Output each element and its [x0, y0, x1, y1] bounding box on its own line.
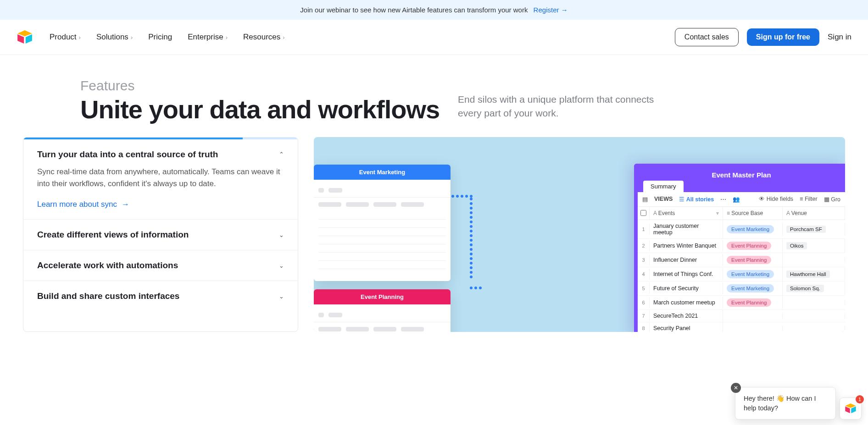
announcement-banner: Join our webinar to see how new Airtable… [0, 0, 868, 20]
col-events: A Events ▾ [650, 207, 723, 220]
cell-source [723, 313, 783, 319]
cell-event: Future of Security [650, 282, 723, 294]
learn-more-sync-link[interactable]: Learn more about sync → [37, 200, 129, 209]
chevron-down-icon: ⌄ [279, 262, 284, 269]
view-all-stories[interactable]: All stories [686, 196, 714, 203]
cell-venue: Porchcam SF [783, 223, 845, 236]
col-venue: A Venue [783, 207, 845, 220]
placeholder-rows [314, 180, 451, 281]
row-index: 8 [638, 323, 650, 332]
connector-dots [469, 284, 483, 292]
signin-link[interactable]: Sign in [828, 33, 851, 42]
connector-dots [469, 197, 473, 279]
cell-event: Influencer Dinner [650, 254, 723, 266]
mini-window-title: Event Marketing [314, 165, 451, 180]
placeholder-rows [314, 304, 451, 332]
mini-window-title: Event Planning [314, 289, 451, 304]
accordion-item-4[interactable]: Build and share custom interfaces⌄ [23, 281, 298, 311]
arrow-right-icon: → [561, 6, 568, 14]
master-plan-window: Event Master Plan Summary ▤ VIEWS ☰ All … [634, 164, 845, 332]
accordion-item-3[interactable]: Accelerate work with automations⌄ [23, 250, 298, 281]
cell-event: Internet of Things Conf. [650, 268, 723, 280]
table-header-row: A Events ▾ ≡ Source Base A Venue [638, 207, 845, 220]
cell-venue [783, 313, 845, 319]
main-content: Turn your data into a central source of … [0, 137, 868, 332]
nav-pricing[interactable]: Pricing [148, 33, 172, 42]
chevron-down-icon: ⌄ [279, 293, 284, 300]
more-icon[interactable]: ⋯ [720, 196, 726, 203]
chevron-right-icon: › [226, 34, 228, 41]
accordion-title: Build and share custom interfaces [37, 291, 179, 301]
mini-window-planning: Event Planning [314, 289, 451, 332]
nav-resources[interactable]: Resources› [243, 33, 285, 42]
cell-source [723, 326, 783, 331]
accordion-title: Turn your data into a central source of … [37, 149, 218, 160]
cell-venue: Hawthorne Hall [783, 268, 845, 281]
contact-sales-button[interactable]: Contact sales [675, 28, 739, 46]
nav-right: Contact sales Sign up for free Sign in [675, 28, 851, 46]
sidebar-toggle-icon[interactable]: ▤ [642, 196, 648, 203]
svg-marker-1 [17, 34, 24, 44]
banner-text: Join our webinar to see how new Airtable… [300, 6, 528, 14]
mini-window-marketing: Event Marketing [314, 165, 451, 281]
table-row[interactable]: 2Partners Winter BanquetEvent PlanningOi… [638, 239, 845, 253]
row-index: 4 [638, 269, 650, 280]
hide-fields-button[interactable]: 👁 Hide fields [759, 196, 793, 203]
cell-source: Event Planning [723, 296, 783, 309]
cell-event: Partners Winter Banquet [650, 240, 723, 252]
signup-button[interactable]: Sign up for free [747, 28, 819, 46]
main-navbar: Product› Solutions› Pricing Enterprise› … [0, 20, 868, 55]
nav-links: Product› Solutions› Pricing Enterprise› … [50, 33, 675, 42]
svg-marker-2 [26, 34, 32, 44]
group-button[interactable]: ▦ Gro [824, 196, 840, 203]
table-row[interactable]: 1January customer meetupEvent MarketingP… [638, 220, 845, 239]
cell-event: SecureTech 2021 [650, 310, 723, 322]
nav-solutions[interactable]: Solutions› [96, 33, 133, 42]
select-all-checkbox[interactable] [640, 210, 646, 216]
nav-enterprise[interactable]: Enterprise› [188, 33, 228, 42]
preview-panel: Event Marketing Event Planning [314, 137, 845, 332]
row-index: 7 [638, 310, 650, 321]
tab-summary[interactable]: Summary [643, 181, 684, 192]
cell-source: Event Marketing [723, 281, 783, 295]
cell-event: Security Panel [650, 322, 723, 332]
hero-title: Unite your data and workflows [80, 96, 440, 123]
chevron-down-icon[interactable]: ▾ [716, 210, 719, 216]
cell-source: Event Marketing [723, 222, 783, 236]
nav-product[interactable]: Product› [50, 33, 81, 42]
chevron-right-icon: › [283, 34, 284, 41]
cell-source: Event Planning [723, 253, 783, 267]
filter-button[interactable]: ≡ Filter [800, 196, 818, 203]
cell-venue [783, 326, 845, 331]
row-index: 3 [638, 254, 650, 265]
hero-subtitle: End silos with a unique platform that co… [458, 78, 678, 121]
cell-venue [783, 300, 845, 305]
cell-venue: Oikos [783, 239, 845, 252]
row-index: 2 [638, 240, 650, 251]
cell-event: March customer meetup [650, 297, 723, 309]
table-row[interactable]: 3Influencer DinnerEvent Planning [638, 253, 845, 267]
hero-section: Features Unite your data and workflows E… [0, 55, 868, 137]
table-row[interactable]: 7SecureTech 2021 [638, 310, 845, 322]
views-label: VIEWS [654, 196, 673, 202]
arrow-right-icon: → [122, 200, 129, 209]
accordion-item-2[interactable]: Create different views of information⌄ [23, 220, 298, 250]
accordion-body: Sync real-time data from anywhere, autom… [37, 166, 284, 190]
row-index: 1 [638, 224, 650, 235]
accordion-title: Accelerate work with automations [37, 260, 178, 270]
banner-register-link[interactable]: Register → [534, 6, 568, 14]
accordion-item-1[interactable]: Turn your data into a central source of … [23, 139, 298, 220]
cell-venue [783, 257, 845, 263]
table-row[interactable]: 6March customer meetupEvent Planning [638, 296, 845, 310]
table-row[interactable]: 5Future of SecurityEvent MarketingSolomo… [638, 281, 845, 296]
row-index: 6 [638, 297, 650, 308]
people-icon[interactable]: 👥 [733, 196, 740, 203]
col-source: ≡ Source Base [723, 207, 783, 220]
table-row[interactable]: 4Internet of Things Conf.Event Marketing… [638, 267, 845, 281]
table-row[interactable]: 8Security Panel [638, 322, 845, 332]
airtable-logo[interactable] [17, 30, 33, 44]
feature-accordion: Turn your data into a central source of … [23, 137, 298, 332]
chevron-right-icon: › [131, 34, 133, 41]
chevron-right-icon: › [79, 34, 81, 41]
row-index: 5 [638, 283, 650, 294]
